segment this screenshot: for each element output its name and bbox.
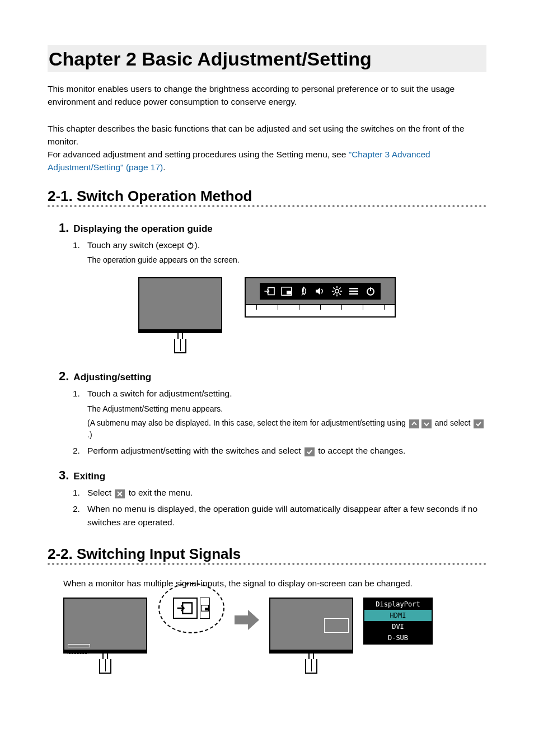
chapter-title: Chapter 2 Basic Adjustment/Setting [48, 45, 486, 72]
svg-line-11 [339, 293, 341, 295]
arrow-right-icon [235, 609, 259, 631]
input-option-dvi: DVI [364, 621, 432, 632]
sub3-s1-after: to exit the menu. [126, 488, 193, 497]
up-icon [409, 419, 419, 428]
sub1-step1-text-before: Touch any switch (except [87, 240, 186, 250]
pip-icon [279, 284, 294, 298]
input-option-dsub: D-SUB [364, 632, 432, 643]
section-2-1-heading: 2-1. Switch Operation Method [48, 188, 486, 205]
intro-p2-prefix: For advanced adjustment and setting proc… [48, 150, 349, 159]
power-icon [363, 284, 378, 298]
eco-icon [296, 284, 311, 298]
section-2-2-intro: When a monitor has multiple signal input… [63, 578, 486, 589]
sub3-title: Exiting [73, 471, 105, 482]
svg-point-5 [335, 290, 339, 293]
input-icon [173, 598, 198, 619]
check-icon [305, 447, 315, 456]
check-icon [474, 419, 484, 428]
step-number-2: 2. [59, 369, 69, 384]
sub3-s2-text: When no menu is displayed, the operation… [87, 502, 486, 530]
sub1-title: Displaying the operation guide [73, 223, 212, 235]
pip-icon [200, 598, 210, 619]
sub1-step1-n: 1. [73, 239, 82, 253]
sub1-note: The operation guide appears on the scree… [87, 254, 486, 266]
svg-line-13 [339, 288, 341, 290]
sub2-s1-note: The Adjustment/Setting menu appears. [87, 403, 486, 415]
input-signal-menu: DisplayPort HDMI DVI D-SUB [363, 598, 433, 645]
monitor-illustration [63, 598, 147, 674]
svg-line-10 [333, 288, 335, 290]
sub1-step1-text: Touch any switch (except ). [87, 239, 200, 253]
zoom-callout [158, 583, 224, 633]
intro-paragraph-1: This monitor enables users to change the… [48, 82, 486, 109]
input-option-displayport: DisplayPort [364, 599, 432, 610]
monitor-illustration [138, 277, 222, 353]
intro-p2-suffix: . [163, 162, 165, 172]
sub3-s2-n: 2. [73, 502, 82, 530]
guide-strip-icons [260, 283, 381, 300]
volume-icon [312, 284, 328, 298]
down-icon [421, 419, 432, 428]
sub2-s2-before: Perform adjustment/setting with the swit… [87, 446, 303, 455]
close-icon [115, 489, 125, 498]
input-option-hdmi: HDMI [364, 610, 432, 621]
step-number-1: 1. [59, 221, 69, 235]
sub2-s1-n: 1. [73, 387, 82, 401]
brightness-icon [329, 284, 345, 298]
menu-icon [346, 284, 362, 298]
sub2-s1-subnote-before: (A submenu may also be displayed. In thi… [87, 418, 408, 427]
svg-rect-4 [287, 291, 291, 294]
sub3-s1-n: 1. [73, 486, 82, 500]
sub2-s1-subnote-mid: and select [433, 418, 473, 427]
sub2-title: Adjusting/setting [73, 372, 151, 383]
monitor-illustration [269, 598, 353, 674]
switching-input-diagram: DisplayPort HDMI DVI D-SUB [63, 598, 486, 674]
sub2-s1-subnote-after: .) [87, 430, 92, 439]
sub2-s1-subnote: (A submenu may also be displayed. In thi… [87, 417, 486, 441]
intro-paragraph-2: This chapter describes the basic functio… [48, 122, 486, 174]
section-2-2-heading: 2-2. Switching Input Signals [48, 545, 486, 563]
svg-line-12 [333, 293, 335, 295]
svg-rect-21 [205, 608, 208, 611]
power-icon [186, 241, 194, 249]
step-number-3: 3. [59, 468, 69, 483]
guide-strip-illustration [245, 277, 396, 318]
operation-guide-diagram [48, 277, 486, 353]
sub2-s1-text: Touch a switch for adjustment/setting. [87, 387, 232, 401]
input-icon [262, 284, 278, 298]
sub1-step1-text-after: ). [194, 240, 199, 250]
sub2-s2-n: 2. [73, 444, 82, 458]
sub2-s2-after: to accept the changes. [316, 446, 405, 455]
intro-p2-line1: This chapter describes the basic functio… [48, 124, 464, 146]
sub3-s1-before: Select [87, 488, 114, 497]
sub3-s1-text: Select to exit the menu. [87, 486, 193, 500]
sub2-s2-text: Perform adjustment/setting with the swit… [87, 444, 405, 458]
